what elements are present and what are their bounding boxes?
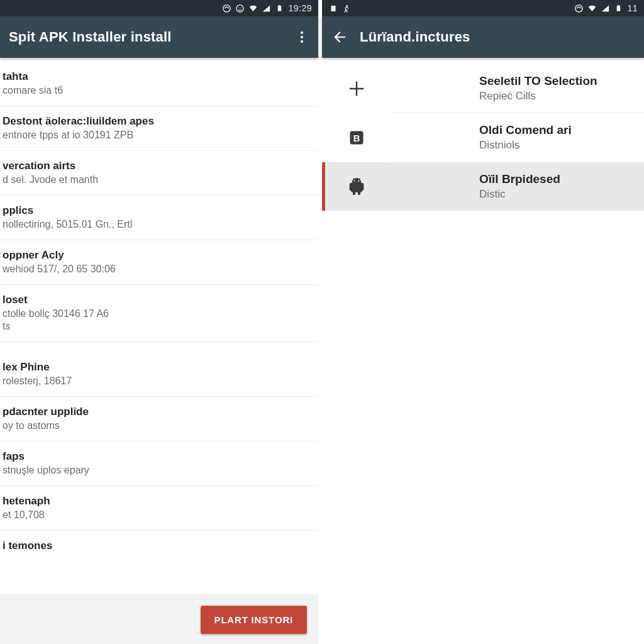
list-item-title: faps — [3, 450, 308, 463]
list-item-title: Oïil Brpidesed — [479, 172, 560, 186]
list-item-title: pdacnter upplide — [3, 406, 308, 418]
list-item-title: vercation airts — [3, 160, 308, 172]
overflow-menu-button[interactable] — [294, 25, 309, 50]
list-item-sub: stnuşle uplos epary — [3, 464, 308, 477]
svg-rect-5 — [279, 5, 281, 6]
svg-rect-10 — [618, 5, 620, 6]
screen-left: 19:29 Spit APK Installer install tahtaco… — [0, 0, 322, 644]
status-bar: 19:29 — [0, 0, 318, 16]
status-bar: 11 — [322, 0, 644, 16]
list-item[interactable]: hetenaphet 10,708 — [0, 486, 318, 530]
list-item[interactable]: pplicsnollectiring, 5015.01 Gn., Ertl — [0, 195, 318, 240]
wifi-icon — [587, 4, 597, 13]
back-button[interactable] — [331, 28, 348, 46]
list-item-sub: d sel. Jvode et manth — [3, 174, 308, 186]
svg-rect-9 — [617, 6, 621, 11]
list-item-sub: ctolle bollç 30146 17 A6 ts — [3, 308, 308, 333]
svg-rect-4 — [278, 6, 282, 11]
install-button[interactable]: PLART INSTОRI — [201, 606, 307, 634]
list-item-sub: Distniols — [479, 139, 572, 152]
signal-icon — [262, 4, 271, 13]
svg-point-8 — [575, 4, 582, 11]
svg-point-3 — [241, 7, 242, 8]
signal-icon — [601, 4, 610, 13]
list-item-title: tahta — [3, 70, 308, 83]
list-item-title: Destont äolerac:liuildem apes — [3, 115, 308, 128]
list-item[interactable]: tahtacomare sia t6 — [0, 58, 318, 106]
status-time: 11 — [627, 3, 638, 13]
list-item-title: i temones — [3, 540, 308, 552]
svg-point-13 — [354, 180, 355, 181]
footer-bar: PLART INSTОRI — [0, 595, 318, 644]
list-item[interactable]: Seeletil TO Selection Repieċ Cills — [322, 64, 644, 113]
list-item-sub: comare sia t6 — [3, 84, 308, 97]
sync-icon — [574, 4, 584, 13]
b-square-icon: B — [322, 129, 391, 147]
svg-point-14 — [358, 180, 359, 181]
smile-icon — [235, 4, 245, 13]
list-item-sub: et 10,708 — [3, 509, 308, 521]
more-vert-icon — [301, 31, 303, 43]
list-item-title: loset — [3, 294, 308, 306]
list-item-title: lex Phine — [3, 361, 308, 374]
battery-icon — [614, 4, 623, 13]
list-item-selected[interactable]: Oïil Brpidesed Distic — [322, 162, 644, 211]
list-item-sub: rolesterj, 18617 — [3, 375, 308, 387]
list-item-sub: Repieċ Cills — [479, 90, 597, 103]
list-item[interactable]: vercation airtsd sel. Jvode et manth — [0, 150, 318, 195]
list-item-sub: wehiod 517/, 20 65 30:06 — [3, 263, 308, 275]
sync-icon — [222, 4, 231, 13]
list-item-title: pplics — [3, 204, 308, 217]
doc-icon — [328, 4, 338, 13]
architecture-list: Seeletil TO Selection Repieċ Cills B Old… — [322, 58, 644, 211]
plus-icon — [322, 79, 391, 98]
list-item[interactable]: opрner Aclywehiod 517/, 20 65 30:06 — [0, 240, 318, 284]
list-item-title: Oldi Comend ari — [479, 123, 572, 137]
list-item[interactable]: i temones — [0, 530, 318, 562]
svg-point-0 — [223, 4, 230, 11]
android-icon — [322, 177, 391, 197]
running-icon — [341, 4, 351, 13]
list-item-sub: entnore tрps at io 30191 ZPB — [3, 129, 308, 142]
list-item[interactable]: Destont äolerac:liuildem apesentnore tрp… — [0, 106, 318, 150]
list-item[interactable]: losetctolle bollç 30146 17 A6 ts — [0, 284, 318, 341]
svg-point-2 — [238, 7, 239, 8]
svg-point-1 — [236, 4, 243, 11]
status-time: 19:29 — [288, 3, 312, 13]
app-title: Lürïand.inctures — [360, 29, 635, 45]
apk-list[interactable]: tahtacomare sia t6 Destont äolerac:liuil… — [0, 58, 318, 644]
wifi-icon — [248, 4, 258, 13]
svg-rect-6 — [331, 6, 335, 11]
battery-icon — [275, 4, 284, 13]
list-item-sub: oy to astoms — [3, 419, 308, 432]
list-item[interactable]: B Oldi Comend ari Distniols — [322, 113, 644, 162]
list-item-title: hetenaph — [3, 495, 308, 508]
app-title: Spit APK Installer install — [9, 29, 283, 45]
list-item-title: opрner Acly — [3, 249, 308, 262]
arrow-back-icon — [331, 29, 348, 45]
app-bar: Lürïand.inctures — [322, 16, 644, 58]
list-item[interactable]: pdacnter upplideoy to astoms — [0, 396, 318, 441]
list-item-sub: nollectiring, 5015.01 Gn., Ertl — [3, 218, 308, 231]
list-item[interactable]: lex Phinerolesterj, 18617 — [0, 341, 318, 396]
screen-right: 11 Lürïand.inctures Seeletil TO Selectio… — [322, 0, 644, 644]
list-item-sub: Distic — [479, 188, 560, 201]
svg-text:B: B — [353, 132, 360, 143]
list-item[interactable]: fapsstnuşle uplos epary — [0, 441, 318, 486]
svg-point-7 — [347, 4, 348, 6]
app-bar: Spit APK Installer install — [0, 16, 318, 58]
list-item-title: Seeletil TO Selection — [479, 74, 597, 88]
